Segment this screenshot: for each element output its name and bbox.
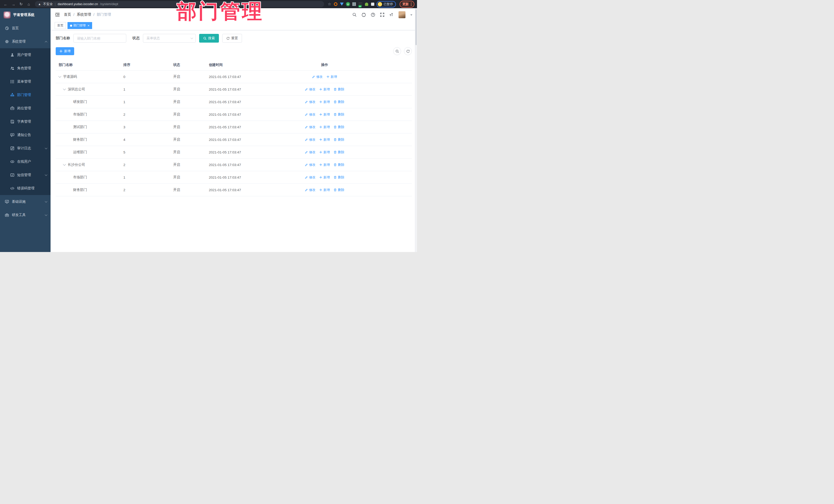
delete-action-link[interactable]: 删除 <box>334 163 344 167</box>
expand-arrow-icon[interactable] <box>58 75 61 78</box>
sidebar-item-home[interactable]: 首页 <box>0 22 50 35</box>
sidebar-item-label: 系统管理 <box>12 39 45 44</box>
scrollbar-thumb[interactable] <box>415 9 417 45</box>
delete-action-link[interactable]: 删除 <box>334 137 344 142</box>
back-arrow-icon[interactable]: ← <box>3 1 9 7</box>
toggle-search-icon[interactable] <box>393 47 401 55</box>
adblock-extension-icon[interactable]: on <box>358 2 363 6</box>
row-actions: 修改新增删除 <box>280 112 369 117</box>
fullscreen-icon[interactable] <box>380 13 385 17</box>
sidebar-item-user-management[interactable]: 用户管理 <box>0 48 50 62</box>
dashboard-icon <box>5 26 9 30</box>
add-action-link[interactable]: 新增 <box>326 75 337 79</box>
chevron-up-icon <box>45 41 47 43</box>
sidebar-item-error-code-management[interactable]: 错误码管理 <box>0 182 50 195</box>
breadcrumb-home[interactable]: 首页 <box>64 12 71 17</box>
font-size-icon[interactable] <box>389 13 394 17</box>
url-path: /system/dept <box>100 2 118 6</box>
sidebar-item-sms-management[interactable]: 短信管理 <box>0 168 50 182</box>
expand-arrow-icon[interactable] <box>63 163 66 166</box>
sidebar-menu: 首页系统管理用户管理角色管理菜单管理部门管理岗位管理字典管理通知公告审计日志在线… <box>0 22 50 222</box>
grid-extension-icon[interactable] <box>352 2 356 6</box>
app-header: 首页 / 系统管理 / 部门管理 <box>50 8 417 21</box>
delete-action-link[interactable]: 删除 <box>334 188 344 192</box>
dept-name-input[interactable] <box>73 34 126 43</box>
delete-action-link[interactable]: 删除 <box>334 175 344 180</box>
bookmark-star-icon[interactable]: ☆ <box>327 2 332 6</box>
edit-action-link[interactable]: 修改 <box>305 150 315 154</box>
puzzle-extension-icon[interactable] <box>370 2 375 6</box>
green-person-extension-icon[interactable] <box>364 2 369 6</box>
tab-close-icon[interactable]: × <box>88 24 90 27</box>
add-action-link[interactable]: 新增 <box>319 137 330 142</box>
add-action-link[interactable]: 新增 <box>319 87 330 92</box>
table-row: 运维部门 5 开启 2021-01-05 17:03:47 修改新增删除 <box>56 146 412 159</box>
sidebar-item-notice-announcement[interactable]: 通知公告 <box>0 128 50 141</box>
home-icon[interactable]: ⌂ <box>26 1 32 7</box>
add-action-link[interactable]: 新增 <box>319 188 330 192</box>
delete-action-link[interactable]: 删除 <box>334 112 344 117</box>
refresh-icon[interactable] <box>404 47 412 55</box>
search-button[interactable]: 搜索 <box>199 34 219 43</box>
edit-action-link[interactable]: 修改 <box>305 112 315 117</box>
page-scrollbar[interactable] <box>415 8 417 252</box>
table-body: 芋道源码 0 开启 2021-01-05 17:03:47 修改新增 深圳总公司… <box>56 70 412 196</box>
reset-button[interactable]: 重置 <box>222 34 242 43</box>
status-select[interactable]: 菜单状态 <box>143 34 196 43</box>
sidebar-item-menu-management[interactable]: 菜单管理 <box>0 75 50 88</box>
sidebar-logo-row[interactable]: 芋道管理系统 <box>0 8 50 22</box>
sidebar-item-dept-management[interactable]: 部门管理 <box>0 88 50 102</box>
add-action-link[interactable]: 新增 <box>319 125 330 129</box>
browser-update-button[interactable]: 更新 <box>399 1 414 8</box>
add-button[interactable]: 新增 <box>56 47 74 55</box>
sidebar-item-post-management[interactable]: 岗位管理 <box>0 102 50 115</box>
green-check-extension-icon[interactable]: v <box>346 2 350 6</box>
edit-action-link[interactable]: 修改 <box>305 100 315 104</box>
hamburger-icon[interactable] <box>55 13 60 17</box>
sidebar-item-system-management[interactable]: 系统管理 <box>0 35 50 48</box>
add-action-link[interactable]: 新增 <box>319 175 330 180</box>
breadcrumb-system[interactable]: 系统管理 <box>77 12 91 17</box>
add-action-link[interactable]: 新增 <box>319 163 330 167</box>
reload-icon[interactable]: ↻ <box>18 1 24 7</box>
browser-profile-badge[interactable]: 已暂停 <box>376 1 396 7</box>
table-row: 市场部门 1 开启 2021-01-05 17:03:47 修改新增删除 <box>56 171 412 184</box>
delete-action-link[interactable]: 删除 <box>334 87 344 92</box>
expand-arrow-icon[interactable] <box>63 87 66 90</box>
edit-action-link[interactable]: 修改 <box>305 163 315 167</box>
tab-home[interactable]: 首页 <box>54 22 66 29</box>
edit-action-link[interactable]: 修改 <box>305 87 315 92</box>
address-bar[interactable]: ▲ 不安全 | dashboard.yudao.iocoder.cn/syste… <box>35 1 324 7</box>
user-avatar[interactable] <box>398 11 405 18</box>
search-icon[interactable] <box>352 13 357 17</box>
security-label[interactable]: 不安全 <box>43 2 53 6</box>
delete-action-link[interactable]: 删除 <box>334 125 344 129</box>
sidebar-item-infrastructure[interactable]: 基础设施 <box>0 195 50 209</box>
delete-action-link[interactable]: 删除 <box>334 100 344 104</box>
edit-action-link[interactable]: 修改 <box>305 137 315 142</box>
orange-ring-extension-icon[interactable] <box>333 2 338 6</box>
add-action-link[interactable]: 新增 <box>319 100 330 104</box>
add-action-link[interactable]: 新增 <box>319 112 330 117</box>
sidebar-item-online-user[interactable]: 在线用户 <box>0 155 50 168</box>
caret-down-icon[interactable] <box>410 14 412 16</box>
blue-gem-extension-icon[interactable] <box>339 2 344 6</box>
sms-icon <box>10 173 14 177</box>
edit-action-link[interactable]: 修改 <box>305 125 315 129</box>
sidebar-item-dict-management[interactable]: 字典管理 <box>0 115 50 128</box>
github-icon[interactable] <box>361 13 366 17</box>
dept-name-cell: 研发部门 <box>73 100 87 104</box>
edit-action-link[interactable]: 修改 <box>305 175 315 180</box>
browser-menu-icon[interactable] <box>411 3 412 6</box>
delete-action-link[interactable]: 删除 <box>334 150 344 154</box>
forward-arrow-icon[interactable]: → <box>10 1 17 7</box>
sidebar-item-dev-tools[interactable]: 研发工具 <box>0 209 50 222</box>
sidebar-item-role-management[interactable]: 角色管理 <box>0 62 50 75</box>
edit-action-link[interactable]: 修改 <box>312 75 323 79</box>
help-icon[interactable] <box>371 13 375 17</box>
edit-action-link[interactable]: 修改 <box>305 188 315 192</box>
sidebar-item-audit-log[interactable]: 审计日志 <box>0 141 50 155</box>
add-action-link[interactable]: 新增 <box>319 150 330 154</box>
tab-dept-management[interactable]: 部门管理 × <box>67 22 92 29</box>
update-label: 更新 <box>402 2 409 6</box>
